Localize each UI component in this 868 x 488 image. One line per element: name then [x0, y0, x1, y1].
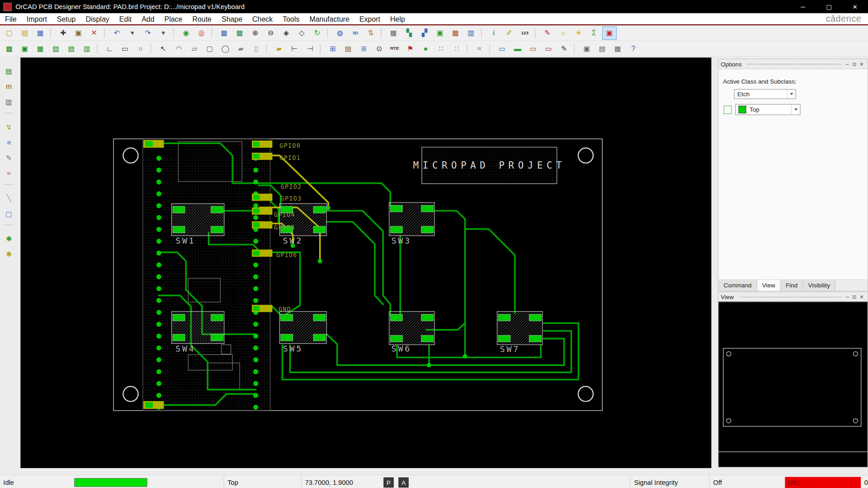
- through-hole-pad[interactable]: [156, 274, 161, 279]
- via[interactable]: [463, 354, 467, 359]
- through-hole-pad[interactable]: [253, 346, 258, 351]
- etch-trace[interactable]: [326, 222, 383, 304]
- tab-find[interactable]: Find: [781, 280, 803, 291]
- switch-pad[interactable]: [390, 314, 402, 321]
- tab-command[interactable]: Command: [718, 280, 757, 291]
- board-outline-icon[interactable]: ▭: [495, 42, 509, 55]
- etch-trace[interactable]: [326, 211, 390, 315]
- through-hole-pad[interactable]: [156, 156, 161, 161]
- subclass-visibility-checkbox[interactable]: [723, 105, 731, 113]
- mounting-hole[interactable]: [123, 386, 138, 401]
- move-icon[interactable]: ✚: [56, 26, 71, 39]
- menu-item[interactable]: Place: [160, 14, 188, 23]
- switch-pad[interactable]: [498, 335, 510, 342]
- through-hole-pad[interactable]: [156, 369, 161, 374]
- through-hole-pad[interactable]: [156, 393, 161, 398]
- zoom-previous-icon[interactable]: ◇: [294, 26, 309, 39]
- through-hole-pad[interactable]: [156, 179, 161, 184]
- odb-export-icon[interactable]: ⊞: [326, 42, 340, 55]
- select-cursor-icon[interactable]: ↖: [156, 42, 170, 55]
- mounting-hole[interactable]: [578, 386, 593, 401]
- view-preview[interactable]: [718, 301, 867, 467]
- via[interactable]: [427, 363, 431, 367]
- menu-item[interactable]: Add: [137, 14, 159, 23]
- reports-icon[interactable]: Σ: [587, 26, 601, 39]
- 3d-canvas-icon[interactable]: 3D: [348, 26, 363, 39]
- through-hole-pad[interactable]: [253, 179, 258, 184]
- through-hole-pad[interactable]: [156, 310, 161, 315]
- measure-v-icon[interactable]: ⊣: [303, 42, 317, 55]
- swap-layers-icon[interactable]: ▞: [417, 26, 432, 39]
- circle-outline-icon[interactable]: ◯: [218, 42, 232, 55]
- help-icon[interactable]: ?: [626, 42, 641, 55]
- add-polygon-icon[interactable]: ▩: [2, 42, 17, 55]
- through-hole-pad[interactable]: [253, 381, 258, 386]
- menu-item[interactable]: Display: [81, 14, 114, 23]
- menu-item[interactable]: Check: [247, 14, 278, 23]
- add-rect-tool-icon[interactable]: ▭: [118, 42, 132, 55]
- save-icon[interactable]: ▦: [33, 26, 47, 39]
- flag-icon[interactable]: ⚑: [403, 42, 417, 55]
- fillet-icon[interactable]: ◠: [172, 42, 186, 55]
- switch-pad[interactable]: [211, 206, 223, 213]
- switch-pad[interactable]: [211, 226, 223, 233]
- panel-minimize-icon[interactable]: ─: [844, 294, 851, 300]
- copy-clip-icon[interactable]: ▣: [580, 42, 594, 55]
- route-icon[interactable]: ↯: [2, 120, 16, 133]
- application-mode-button[interactable]: A: [399, 478, 409, 488]
- glue-icon[interactable]: ▰: [272, 42, 286, 55]
- switch-pad[interactable]: [313, 314, 326, 321]
- color-dialog-icon[interactable]: ▩: [448, 26, 463, 39]
- eraser-icon[interactable]: ▯: [249, 42, 264, 55]
- switch-pad[interactable]: [281, 334, 293, 341]
- film-param-icon[interactable]: ▥: [2, 95, 16, 108]
- grid-snap-icon[interactable]: ∷: [434, 42, 448, 55]
- measure-h-icon[interactable]: ⊢: [288, 42, 302, 55]
- show-measure-icon[interactable]: ✐: [502, 26, 517, 39]
- through-hole-pad[interactable]: [156, 333, 161, 338]
- zoom-out-icon[interactable]: ⊖: [264, 26, 278, 39]
- flip-design-icon[interactable]: ⇅: [363, 26, 378, 39]
- switch-footprint[interactable]: SW7: [497, 311, 542, 353]
- show-element-icon[interactable]: i: [486, 26, 501, 39]
- signal-wave-icon[interactable]: ≈: [472, 42, 486, 55]
- snapshot-icon[interactable]: ▦: [611, 42, 625, 55]
- add-circle-tool-icon[interactable]: ○: [133, 42, 148, 55]
- through-hole-pad[interactable]: [253, 393, 258, 398]
- redo-icon[interactable]: ↷: [141, 26, 155, 39]
- zoom-fit-icon[interactable]: ▩: [232, 26, 247, 39]
- switch-pad[interactable]: [313, 206, 326, 213]
- library-icon[interactable]: ▤: [341, 42, 355, 55]
- web-publish-icon[interactable]: ◍: [333, 26, 347, 39]
- through-hole-pad[interactable]: [253, 274, 258, 279]
- pick-mode-button[interactable]: P: [384, 478, 394, 488]
- color-priority-icon[interactable]: ▚: [402, 26, 416, 39]
- board-fill-icon[interactable]: ▬: [510, 42, 525, 55]
- through-hole-pad[interactable]: [253, 298, 258, 303]
- shape-edit-boundary-icon[interactable]: ▥: [80, 42, 94, 55]
- menu-item[interactable]: Shape: [217, 14, 247, 23]
- add-connect-icon[interactable]: ∟: [103, 42, 117, 55]
- notes-icon[interactable]: ✎: [557, 42, 571, 55]
- pcb-design-view[interactable]: SW1SW2SW3SW4SW5SW6SW7GPIO0GPIO1GPIO2GPIO…: [20, 57, 711, 468]
- menu-item[interactable]: Edit: [114, 14, 137, 23]
- menu-item[interactable]: Tools: [278, 14, 304, 23]
- switch-pad[interactable]: [173, 334, 185, 341]
- switch-pad[interactable]: [390, 205, 402, 212]
- switch-pad[interactable]: [529, 314, 542, 321]
- highlight-icon[interactable]: ✎: [540, 26, 555, 39]
- switch-pad[interactable]: [211, 314, 223, 321]
- switch-footprint[interactable]: SW3: [389, 202, 434, 245]
- panel-float-icon[interactable]: ⊡: [851, 294, 858, 300]
- night-mode-icon[interactable]: ☀: [571, 26, 586, 39]
- menu-item[interactable]: Manufacture: [304, 14, 354, 23]
- through-hole-pad[interactable]: [156, 298, 161, 303]
- add-rect-icon[interactable]: ▢: [2, 207, 16, 220]
- through-hole-pad[interactable]: [156, 191, 161, 196]
- pcb-canvas[interactable]: SW1SW2SW3SW4SW5SW6SW7GPIO0GPIO1GPIO2GPIO…: [20, 57, 711, 468]
- through-hole-pad[interactable]: [253, 263, 258, 267]
- through-hole-pad[interactable]: [156, 215, 161, 220]
- gray-shape-icon[interactable]: ▰: [234, 42, 248, 55]
- switch-footprint[interactable]: SW6: [389, 311, 434, 353]
- rte-icon[interactable]: RTE: [387, 42, 402, 55]
